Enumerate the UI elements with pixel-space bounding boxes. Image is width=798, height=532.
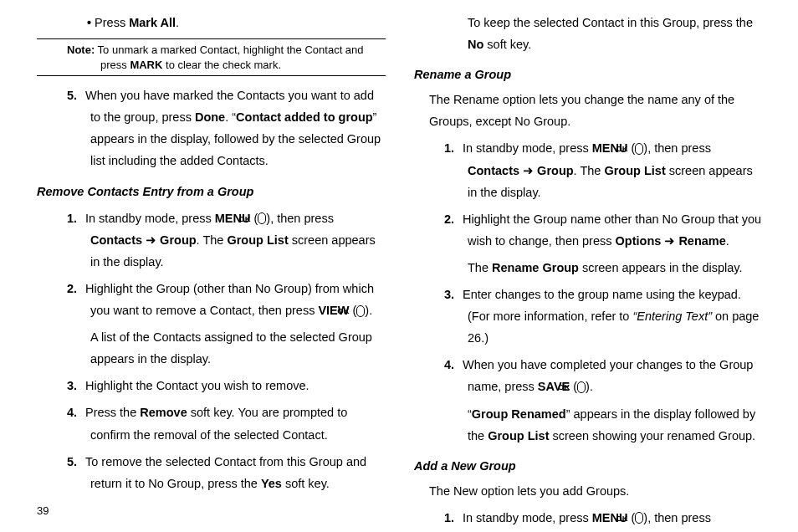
rename-step-4b: “Group Renamed” appears in the display f… bbox=[468, 403, 763, 447]
heading-add: Add a New Group bbox=[414, 455, 763, 477]
text-bold: Remove bbox=[140, 406, 187, 419]
text: . The bbox=[197, 233, 228, 247]
text-bold: Group bbox=[160, 233, 197, 247]
rename-step-2: 2.Highlight the Group name other than No… bbox=[468, 208, 763, 252]
text: soft key. bbox=[282, 477, 330, 490]
remove-step-4: 4.Press the Remove soft key. You are pro… bbox=[90, 402, 386, 445]
text-bold: Group List bbox=[227, 233, 288, 247]
remove-step-5: 5.To remove the selected Contact from th… bbox=[90, 451, 386, 494]
step-number: 2. bbox=[444, 208, 463, 230]
rename-step-1: 1.In standby mode, press MENU (OK), then… bbox=[468, 137, 763, 202]
rename-intro: The Rename option lets you change the na… bbox=[429, 89, 763, 132]
step-5: 5.When you have marked the Contacts you … bbox=[90, 84, 386, 171]
heading-rename: Rename a Group bbox=[414, 64, 763, 85]
text-bold: MARK bbox=[130, 59, 162, 71]
text: ). bbox=[365, 304, 372, 317]
text: . “ bbox=[225, 110, 236, 124]
right-column: To keep the selected Contact in this Gro… bbox=[414, 7, 763, 532]
page: Press Mark All. Note: To unmark a marked… bbox=[0, 0, 798, 532]
ok-icon: OK bbox=[635, 512, 643, 524]
step-number: 5. bbox=[67, 451, 85, 473]
text: ), then press bbox=[266, 212, 334, 225]
note-label: Note: bbox=[67, 43, 95, 56]
text: ). bbox=[586, 380, 593, 393]
rename-step-2b: The Rename Group screen appears in the d… bbox=[468, 257, 763, 279]
text: ➜ bbox=[142, 233, 160, 247]
step-number: 5. bbox=[67, 84, 85, 106]
keep-contact-text: To keep the selected Contact in this Gro… bbox=[468, 12, 763, 55]
text-bold: Options bbox=[616, 234, 662, 248]
text-bold: Done bbox=[195, 110, 225, 124]
add-intro: The New option lets you add Groups. bbox=[429, 480, 763, 502]
step-number: 4. bbox=[67, 402, 85, 423]
text-italic: “Entering Text” bbox=[632, 309, 715, 323]
text-bold: Group List bbox=[604, 164, 665, 177]
text: ( bbox=[627, 141, 635, 155]
remove-step-2b: A list of the Contacts assigned to the s… bbox=[90, 326, 386, 370]
text: ( bbox=[250, 212, 258, 225]
left-column: Press Mark All. Note: To unmark a marked… bbox=[37, 7, 386, 532]
add-step-1: 1.In standby mode, press MENU (OK), then… bbox=[468, 507, 763, 532]
text: In standby mode, press bbox=[463, 141, 592, 155]
text-bold: Yes bbox=[261, 477, 282, 490]
text: In standby mode, press bbox=[463, 511, 592, 524]
step-number: 3. bbox=[67, 375, 85, 396]
step-number: 1. bbox=[67, 207, 85, 229]
text-bold: Group Renamed bbox=[472, 407, 566, 421]
text: To keep the selected Contact in this Gro… bbox=[468, 16, 753, 29]
text: to clear the check mark. bbox=[162, 59, 281, 71]
text: In standby mode, press bbox=[85, 212, 215, 225]
text: ( bbox=[627, 511, 635, 524]
text: ), then press bbox=[643, 141, 711, 155]
remove-step-3: 3.Highlight the Contact you wish to remo… bbox=[90, 375, 386, 396]
step-number: 1. bbox=[444, 137, 463, 159]
text: ( bbox=[349, 304, 356, 317]
text: screen showing your renamed Group. bbox=[550, 429, 756, 442]
text: When you have completed your changes to … bbox=[463, 358, 753, 393]
text: Highlight the Contact you wish to remove… bbox=[85, 379, 309, 392]
text-bold: Rename Group bbox=[492, 261, 579, 274]
text: ➜ bbox=[661, 234, 678, 248]
text-bold: Contacts bbox=[90, 233, 142, 247]
step-number: 1. bbox=[444, 507, 463, 529]
step-number: 4. bbox=[444, 354, 463, 376]
ok-icon: OK bbox=[356, 305, 365, 317]
page-number: 39 bbox=[37, 501, 49, 520]
text-bold: Contact added to group bbox=[236, 110, 373, 124]
ok-icon: OK bbox=[635, 143, 643, 155]
text-bold: Group bbox=[537, 164, 574, 177]
text-bold: Contacts bbox=[468, 164, 519, 177]
text: The bbox=[468, 261, 492, 274]
remove-step-2: 2.Highlight the Group (other than No Gro… bbox=[90, 278, 386, 321]
remove-step-1: 1.In standby mode, press MENU (OK), then… bbox=[90, 207, 386, 273]
step-number: 2. bbox=[67, 278, 85, 299]
text: Press the bbox=[85, 406, 140, 419]
ok-icon: OK bbox=[258, 212, 266, 224]
step-number: 3. bbox=[444, 284, 463, 305]
ok-icon: OK bbox=[577, 381, 586, 393]
text: ), then press bbox=[643, 511, 711, 524]
text-bold: Rename bbox=[678, 234, 725, 248]
heading-remove: Remove Contacts Entry from a Group bbox=[37, 181, 386, 202]
text-bold: Mark All bbox=[129, 16, 176, 29]
text: screen appears in the display. bbox=[579, 261, 743, 274]
text: ➜ bbox=[519, 164, 537, 177]
text: . The bbox=[574, 164, 605, 177]
text: ( bbox=[570, 380, 577, 393]
text: Press bbox=[95, 16, 129, 29]
rename-step-3: 3.Enter changes to the group name using … bbox=[468, 284, 763, 349]
bullet-mark-all: Press Mark All. bbox=[97, 12, 386, 33]
text-bold: No bbox=[468, 38, 483, 51]
text: soft key. bbox=[483, 38, 531, 51]
rename-step-4: 4.When you have completed your changes t… bbox=[468, 354, 763, 397]
text: . bbox=[176, 16, 179, 29]
note-box: Note: To unmark a marked Contact, highli… bbox=[37, 38, 386, 76]
text: . bbox=[726, 234, 729, 248]
text-bold: Group List bbox=[488, 429, 549, 442]
